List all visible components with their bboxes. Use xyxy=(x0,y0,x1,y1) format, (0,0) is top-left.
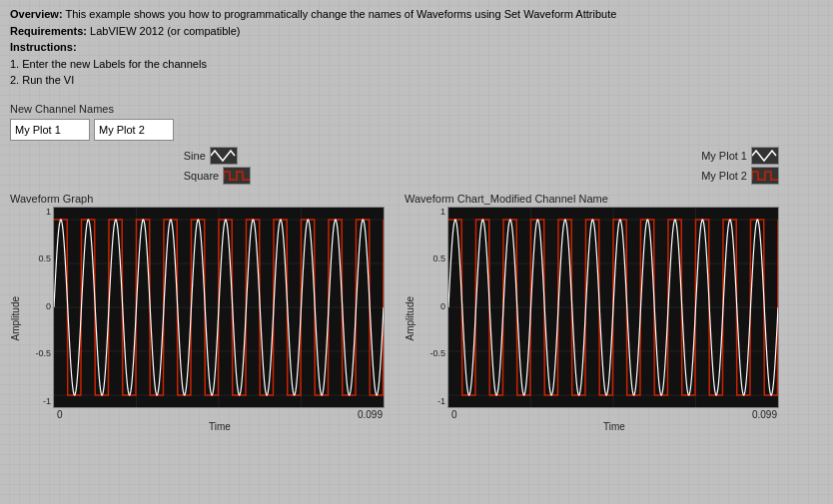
right-y-tick-1: 1 xyxy=(419,207,445,217)
square-legend-icon xyxy=(223,167,251,185)
left-y-tick-5: -1 xyxy=(25,396,51,406)
right-y-tick-4: -0.5 xyxy=(419,348,445,358)
left-legend-item-1: Sine xyxy=(184,147,251,165)
channel-names-label: New Channel Names xyxy=(10,103,823,115)
right-x-axis-ticks: 0 0.099 xyxy=(449,408,779,420)
right-x-axis-label: Time xyxy=(449,421,779,432)
requirements-text: LabVIEW 2012 (or compatible) xyxy=(87,25,240,37)
step1-text: 1. Enter the new Labels for the channels xyxy=(10,56,823,73)
left-y-tick-2: 0.5 xyxy=(25,253,51,263)
right-graph-canvas xyxy=(447,207,779,408)
right-y-axis-label: Amplitude xyxy=(405,296,416,340)
info-panel: Overview: This example shows you how to … xyxy=(0,0,833,93)
myplot2-legend-icon xyxy=(751,167,779,185)
right-y-tick-5: -1 xyxy=(419,396,445,406)
graphs-area: Sine Square W xyxy=(10,147,823,432)
left-graph-title: Waveform Graph xyxy=(10,193,385,205)
left-legend-item-2: Square xyxy=(184,167,251,185)
left-legend: Sine Square xyxy=(184,147,251,185)
right-x-max: 0.099 xyxy=(752,409,777,420)
left-y-tick-4: -0.5 xyxy=(25,348,51,358)
left-graph-outer: Amplitude 1 0.5 0 -0.5 -1 xyxy=(10,207,385,432)
right-x-min: 0 xyxy=(451,409,457,420)
right-legend-label-1: My Plot 1 xyxy=(701,150,747,162)
channel-input-1[interactable] xyxy=(10,119,90,141)
step2-text: 2. Run the VI xyxy=(10,72,823,89)
left-x-max: 0.099 xyxy=(358,409,383,420)
left-graph-inner: 1 0.5 0 -0.5 -1 0 0.099 xyxy=(25,207,385,432)
left-x-min: 0 xyxy=(57,409,63,420)
right-legend-item-2: My Plot 2 xyxy=(701,167,779,185)
myplot1-legend-icon xyxy=(751,147,779,165)
sine-legend-icon xyxy=(210,147,238,165)
overview-label: Overview: xyxy=(10,8,63,20)
left-x-axis-label: Time xyxy=(55,421,385,432)
left-legend-label-2: Square xyxy=(184,170,219,182)
left-graph-wrapper: Waveform Graph Amplitude 1 0.5 0 -0.5 -1 xyxy=(10,193,385,432)
right-legend-item-1: My Plot 1 xyxy=(701,147,779,165)
left-y-axis-label: Amplitude xyxy=(10,296,21,340)
left-x-axis-ticks: 0 0.099 xyxy=(55,408,385,420)
right-graph-title: Waveform Chart_Modified Channel Name xyxy=(405,193,779,205)
channel-names-section: New Channel Names xyxy=(10,103,823,141)
right-y-tick-3: 0 xyxy=(419,301,445,311)
left-graph-canvas xyxy=(53,207,385,408)
right-legend-label-2: My Plot 2 xyxy=(701,170,747,182)
right-graph-inner: 1 0.5 0 -0.5 -1 0 0.099 xyxy=(419,207,779,432)
right-section: My Plot 1 My Plot 2 xyxy=(405,147,779,432)
left-section: Sine Square W xyxy=(10,147,385,432)
overview-text: This example shows you how to programmat… xyxy=(63,8,617,20)
channel-input-2[interactable] xyxy=(94,119,174,141)
right-graph-wrapper: Waveform Chart_Modified Channel Name Amp… xyxy=(405,193,779,432)
channel-inputs xyxy=(10,119,823,141)
requirements-label: Requirements: xyxy=(10,25,87,37)
right-legend: My Plot 1 My Plot 2 xyxy=(701,147,779,185)
right-graph-outer: Amplitude 1 0.5 0 -0.5 -1 xyxy=(405,207,779,432)
left-y-tick-3: 0 xyxy=(25,301,51,311)
right-y-tick-2: 0.5 xyxy=(419,253,445,263)
instructions-label: Instructions: xyxy=(10,41,77,53)
left-y-tick-1: 1 xyxy=(25,207,51,217)
left-legend-label-1: Sine xyxy=(184,150,206,162)
